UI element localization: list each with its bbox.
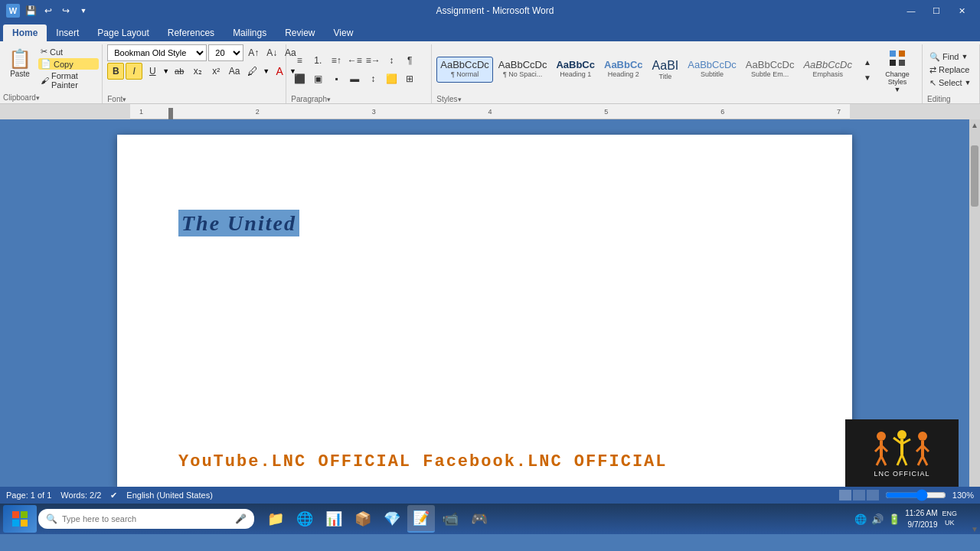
document-page[interactable]: The United YouTube.LNC OFFICIAL Facebook… [117, 135, 852, 487]
style-heading2[interactable]: AaBbCc Heading 2 [600, 57, 647, 83]
language-info[interactable]: English (United States) [126, 491, 213, 500]
font-size-select[interactable]: 20 [208, 44, 243, 61]
styles-scroll-down-btn[interactable]: ▼ [859, 70, 876, 84]
select-dropdown[interactable]: ▼ [965, 79, 972, 86]
print-layout-btn[interactable] [839, 490, 851, 500]
multilevel-list-btn[interactable]: ≡↑ [328, 52, 345, 69]
style-no-spacing[interactable]: AaBbCcDc ¶ No Spaci... [495, 57, 551, 83]
line-spacing-btn[interactable]: ↕ [364, 70, 381, 87]
borders-btn[interactable]: ⊞ [401, 70, 418, 87]
change-case-btn[interactable]: Aa [226, 63, 243, 80]
underline-button[interactable]: U [144, 63, 161, 80]
taskbar-search-box[interactable]: 🔍 🎤 [38, 509, 254, 529]
find-dropdown[interactable]: ▼ [961, 53, 968, 60]
paste-button[interactable]: 📋 Paste [3, 46, 37, 93]
style-emphasis[interactable]: AaBbCcDc Emphasis [799, 57, 856, 83]
superscript-btn[interactable]: x² [207, 63, 224, 80]
format-painter-button[interactable]: 🖌 Format Painter [38, 70, 99, 90]
style-subtle-em[interactable]: AaBbCcDc Subtle Em... [742, 57, 799, 83]
align-right-btn[interactable]: ▪ [328, 70, 345, 87]
tab-review[interactable]: Review [276, 24, 324, 41]
paragraph-expand-btn[interactable]: ▾ [327, 96, 331, 103]
document-area: The United YouTube.LNC OFFICIAL Facebook… [0, 119, 969, 487]
save-quick-btn[interactable]: 💾 [23, 3, 38, 18]
underline-dropdown[interactable]: ▼ [162, 67, 169, 75]
styles-expand-btn[interactable]: ▾ [458, 96, 462, 103]
style-subtitle[interactable]: AaBbCcDc Subtitle [684, 57, 740, 83]
battery-icon[interactable]: 🔋 [888, 514, 900, 525]
taskbar-edge[interactable]: 🌐 [291, 505, 318, 533]
taskbar-game[interactable]: 🎮 [466, 505, 493, 533]
taskbar-search-input[interactable] [62, 514, 230, 523]
language-indicator[interactable]: ENG UK [942, 510, 957, 527]
customize-quick-btn[interactable]: ▼ [76, 3, 91, 18]
strikethrough-btn[interactable]: ab [171, 63, 188, 80]
tab-references[interactable]: References [158, 24, 224, 41]
replace-button[interactable]: ⇄ Replace [927, 64, 974, 76]
change-styles-arrow: ▼ [894, 86, 901, 93]
shading-btn[interactable]: 🟨 [383, 70, 400, 87]
taskbar-app5[interactable]: 💎 [378, 505, 406, 533]
select-button[interactable]: ↖ Select ▼ [927, 77, 974, 89]
voice-search-icon[interactable]: 🎤 [235, 514, 247, 524]
style-normal[interactable]: AaBbCcDc ¶ Normal [436, 57, 493, 83]
ruler-margin-left [0, 104, 130, 119]
sort-btn[interactable]: ↕ [383, 52, 400, 69]
bullets-btn[interactable]: ≡ [291, 52, 308, 69]
taskbar-teams[interactable]: 📹 [436, 505, 464, 533]
scroll-up-btn[interactable]: ▲ [969, 119, 980, 130]
numbering-btn[interactable]: 1. [309, 52, 326, 69]
selected-text[interactable]: The United [178, 210, 299, 236]
decrease-indent-btn[interactable]: ←≡ [346, 52, 363, 69]
taskbar-file-explorer[interactable]: 📁 [262, 505, 289, 533]
change-styles-label: Change Styles [885, 70, 910, 86]
tab-view[interactable]: View [325, 24, 363, 41]
redo-quick-btn[interactable]: ↪ [58, 3, 74, 18]
web-layout-btn[interactable] [867, 490, 879, 500]
decrease-font-btn[interactable]: A↓ [263, 44, 280, 61]
full-screen-btn[interactable] [853, 490, 865, 500]
minimize-btn[interactable]: — [899, 3, 923, 18]
systray-time[interactable]: 11:26 AM 9/7/2019 [905, 507, 937, 530]
increase-indent-btn[interactable]: ≡→ [364, 52, 381, 69]
font-color-btn[interactable]: A [271, 63, 288, 80]
spell-check-icon[interactable]: ✔ [110, 491, 117, 500]
highlight-dropdown[interactable]: ▼ [263, 67, 270, 75]
font-expand-btn[interactable]: ▾ [122, 96, 126, 103]
close-btn[interactable]: ✕ [949, 3, 974, 18]
font-name-select[interactable]: Bookman Old Style [107, 44, 207, 61]
start-button[interactable] [3, 505, 37, 533]
change-styles-button[interactable]: Change Styles ▼ [877, 44, 917, 95]
scroll-thumb[interactable] [971, 145, 978, 207]
document-text-area[interactable]: The United [178, 211, 791, 236]
copy-button[interactable]: 📄 Copy [38, 58, 99, 70]
style-title[interactable]: AaBI Title [648, 57, 683, 83]
bold-button[interactable]: B [107, 63, 124, 80]
styles-scroll-up-btn[interactable]: ▲ [859, 55, 876, 69]
network-icon[interactable]: 🌐 [854, 514, 867, 525]
tab-page-layout[interactable]: Page Layout [88, 24, 158, 41]
tab-insert[interactable]: Insert [47, 24, 88, 41]
tab-mailings[interactable]: Mailings [224, 24, 276, 41]
style-heading1[interactable]: AaBbCc Heading 1 [552, 57, 599, 83]
cut-button[interactable]: ✂ Cut [38, 46, 99, 57]
subscript-btn[interactable]: x₂ [189, 63, 206, 80]
clipboard-expand-btn[interactable]: ▾ [36, 94, 40, 102]
align-left-btn[interactable]: ⬛ [291, 70, 308, 87]
maximize-btn[interactable]: ☐ [924, 3, 949, 18]
undo-quick-btn[interactable]: ↩ [41, 3, 56, 18]
show-hide-btn[interactable]: ¶ [401, 52, 418, 69]
taskbar-store[interactable]: 📦 [349, 505, 377, 533]
align-center-btn[interactable]: ▣ [309, 70, 326, 87]
italic-button[interactable]: I [126, 63, 142, 80]
vertical-scrollbar[interactable]: ▲ ▼ [969, 119, 980, 487]
find-button[interactable]: 🔍 Find ▼ [927, 51, 974, 63]
taskbar-word[interactable]: 📝 [407, 505, 435, 533]
zoom-slider[interactable] [885, 491, 946, 500]
justify-btn[interactable]: ▬ [346, 70, 363, 87]
volume-icon[interactable]: 🔊 [871, 514, 884, 525]
highlight-color-btn[interactable]: 🖊 [244, 63, 261, 80]
increase-font-btn[interactable]: A↑ [245, 44, 262, 61]
taskbar-excel[interactable]: 📊 [320, 505, 348, 533]
tab-home[interactable]: Home [3, 24, 47, 41]
